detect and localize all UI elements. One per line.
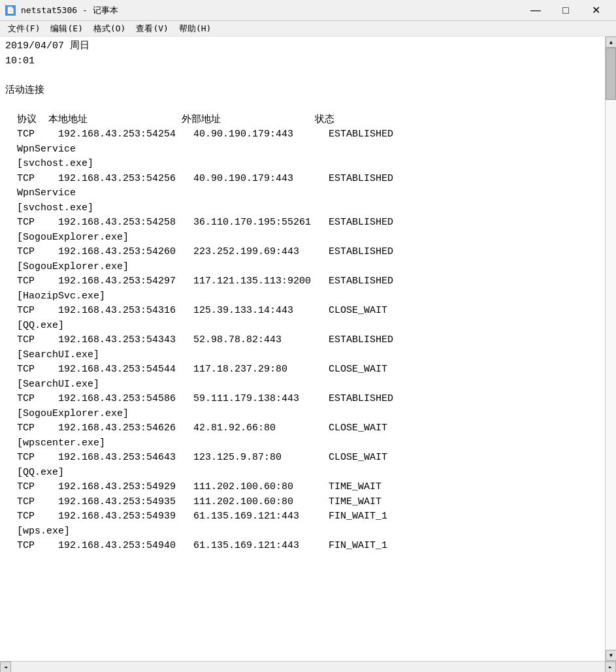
app-icon-label: 📄: [7, 7, 14, 14]
scroll-track[interactable]: [606, 48, 616, 650]
menu-edit[interactable]: 编辑(E): [45, 22, 88, 36]
text-content[interactable]: 2019/04/07 周日 10:01 活动连接 协议 本地地址 外部地址 状态…: [0, 37, 605, 661]
scroll-right-button[interactable]: ►: [605, 662, 616, 673]
scroll-thumb[interactable]: [606, 48, 616, 100]
minimize-button[interactable]: —: [521, 0, 551, 21]
menu-view[interactable]: 查看(V): [131, 22, 173, 36]
menu-bar: 文件(F) 编辑(E) 格式(O) 查看(V) 帮助(H): [0, 21, 616, 37]
vertical-scrollbar[interactable]: ▲ ▼: [605, 37, 616, 661]
scroll-up-button[interactable]: ▲: [606, 37, 616, 48]
menu-format[interactable]: 格式(O): [88, 22, 131, 36]
close-button[interactable]: ✕: [581, 0, 611, 21]
menu-help[interactable]: 帮助(H): [174, 22, 216, 36]
menu-file[interactable]: 文件(F): [3, 22, 45, 36]
scroll-left-button[interactable]: ◄: [0, 662, 11, 673]
maximize-button[interactable]: □: [551, 0, 581, 21]
window-controls: — □ ✕: [521, 0, 611, 21]
horizontal-scrollbar[interactable]: ◄ ►: [0, 661, 616, 672]
title-bar: 📄 netstat5306 - 记事本 — □ ✕: [0, 0, 616, 21]
scroll-down-button[interactable]: ▼: [606, 650, 616, 661]
app-icon: 📄: [5, 5, 16, 16]
window-title: netstat5306 - 记事本: [21, 5, 521, 16]
content-wrapper: 2019/04/07 周日 10:01 活动连接 协议 本地地址 外部地址 状态…: [0, 37, 616, 661]
